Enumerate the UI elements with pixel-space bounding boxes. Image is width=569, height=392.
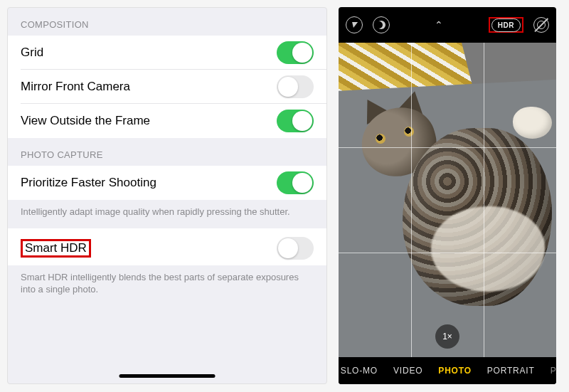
cat-eye-icon <box>376 134 385 144</box>
mode-pano[interactable]: PANO <box>551 366 556 376</box>
cat-paw <box>513 107 552 139</box>
row-mirror-front-camera[interactable]: Mirror Front Camera <box>8 70 326 104</box>
row-mirror-label: Mirror Front Camera <box>21 80 130 94</box>
mode-photo[interactable]: PHOTO <box>438 366 471 376</box>
night-mode-icon[interactable] <box>373 16 390 33</box>
prioritize-footer-text: Intelligently adapt image quality when r… <box>8 200 326 228</box>
cat-eye-icon <box>404 127 414 137</box>
hdr-toggle[interactable]: HDR <box>491 18 521 32</box>
cat-belly <box>431 206 545 292</box>
chevron-up-icon[interactable]: ⌃ <box>435 19 443 31</box>
camera-topbar: ⌃ HDR <box>339 7 556 43</box>
row-grid-label: Grid <box>21 46 43 60</box>
row-prioritize-label: Prioritize Faster Shooting <box>21 176 156 190</box>
camera-app-panel: ⌃ HDR 1× E SLO-MO VIDEO PHOTO P <box>339 7 556 384</box>
section-header-photo-capture: PHOTO CAPTURE <box>8 138 326 166</box>
zoom-badge[interactable]: 1× <box>435 324 459 349</box>
hdr-toggle-highlight: HDR <box>489 17 523 33</box>
row-view-outside-label: View Outside the Frame <box>21 114 150 128</box>
row-view-outside-frame[interactable]: View Outside the Frame <box>8 104 326 138</box>
row-prioritize-faster-shooting[interactable]: Prioritize Faster Shooting <box>8 166 326 200</box>
toggle-mirror-front-camera[interactable] <box>277 75 314 98</box>
photo-capture-group: Prioritize Faster Shooting <box>8 166 326 200</box>
row-smart-hdr-label: Smart HDR <box>21 239 91 258</box>
toggle-view-outside-frame[interactable] <box>277 110 314 132</box>
toggle-smart-hdr[interactable] <box>277 237 314 260</box>
flash-icon[interactable] <box>346 16 363 33</box>
camera-viewfinder[interactable]: 1× <box>339 43 556 357</box>
composition-group: Grid Mirror Front Camera View Outside th… <box>8 36 326 138</box>
row-grid[interactable]: Grid <box>8 36 326 70</box>
toggle-prioritize-faster-shooting[interactable] <box>277 171 314 194</box>
mode-slo-mo[interactable]: SLO-MO <box>341 366 378 376</box>
smart-hdr-footer-text: Smart HDR intelligently blends the best … <box>8 265 326 306</box>
row-smart-hdr[interactable]: Smart HDR <box>8 231 326 265</box>
camera-settings-panel: COMPOSITION Grid Mirror Front Camera Vie… <box>7 7 327 384</box>
mode-video[interactable]: VIDEO <box>393 366 422 376</box>
camera-mode-selector[interactable]: E SLO-MO VIDEO PHOTO PORTRAIT PANO <box>339 357 556 384</box>
home-indicator[interactable] <box>119 374 216 378</box>
section-header-composition: COMPOSITION <box>8 8 326 36</box>
toggle-grid[interactable] <box>277 41 314 64</box>
live-photo-off-icon[interactable] <box>533 17 549 33</box>
mode-portrait[interactable]: PORTRAIT <box>487 366 535 376</box>
smart-hdr-group: Smart HDR <box>8 228 326 265</box>
